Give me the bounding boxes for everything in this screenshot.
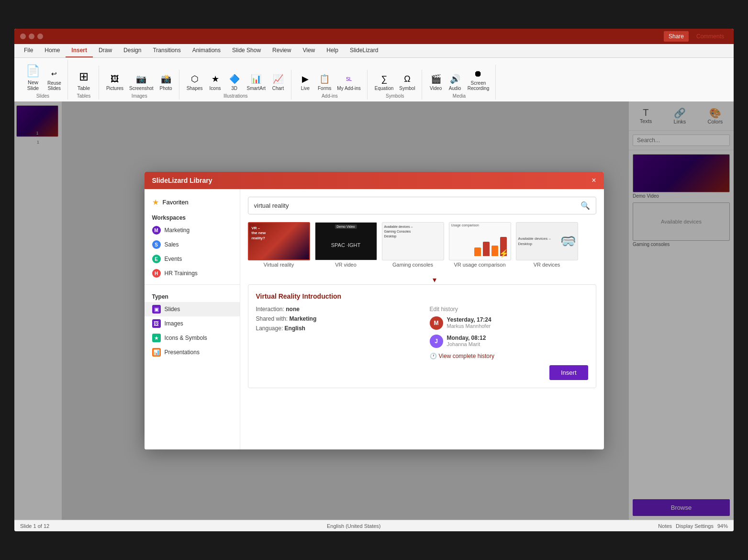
tab-insert[interactable]: Insert [66, 44, 93, 57]
forms-button[interactable]: 📋 Forms [315, 71, 334, 92]
workspace-marketing[interactable]: M Marketing [145, 223, 240, 237]
workspace-sales[interactable]: S Sales [145, 237, 240, 252]
table-button[interactable]: ⊞ Table [73, 67, 95, 92]
interaction-value: none [286, 306, 300, 313]
smartart-button[interactable]: 📊 SmartArt [245, 71, 268, 92]
recording-button[interactable]: ⏺ ScreenRecording [465, 66, 492, 92]
images-group-label: Images [132, 93, 147, 99]
display-button[interactable]: Display Settings [676, 523, 714, 529]
photo-button[interactable]: 📸 Photo [157, 71, 175, 92]
tab-draw[interactable]: Draw [93, 44, 118, 57]
shapes-button[interactable]: ⬡ Shapes [184, 71, 205, 92]
slidelizard-modal: SlideLizard Library × ★ Favoriten Worksp… [145, 172, 604, 449]
workspace-hr[interactable]: H HR Trainings [145, 266, 240, 280]
detail-meta: Interaction: none Shared with: Marketing… [256, 306, 414, 359]
close-btn[interactable] [37, 34, 43, 39]
equation-button[interactable]: ∑ Equation [372, 71, 396, 92]
table-icon: ⊞ [75, 68, 92, 85]
typen-presentations[interactable]: 📊 Presentations [145, 345, 240, 359]
detail-body: Interaction: none Shared with: Marketing… [256, 306, 588, 359]
tab-slidelizard[interactable]: SlideLizard [344, 44, 384, 57]
new-slide-button[interactable]: 📄 NewSlide [22, 61, 44, 92]
app-window: Share Comments File Home Insert Draw Des… [14, 29, 734, 531]
tab-review[interactable]: Review [267, 44, 297, 57]
workspace-events[interactable]: E Events [145, 252, 240, 266]
typen-icons-symbols[interactable]: ★ Icons & Symbols [145, 331, 240, 345]
modal-overlay: SlideLizard Library × ★ Favoriten Worksp… [14, 101, 734, 520]
maximize-btn[interactable] [29, 34, 34, 39]
workspace-s-dot: S [152, 240, 161, 249]
tab-slideshow[interactable]: Slide Show [226, 44, 267, 57]
thumb-vrvideo-label: VR video [315, 262, 377, 268]
live-button[interactable]: ▶ Live [296, 71, 314, 92]
smartart-icon: 📊 [249, 72, 263, 86]
title-bar-controls [20, 34, 43, 39]
ribbon-content: 📄 NewSlide ↩ ReuseSlides Slides ⊞ Table … [14, 58, 734, 101]
table-label: Table [78, 85, 90, 91]
avatar-markus-placeholder: M [430, 316, 443, 330]
shapes-label: Shapes [187, 86, 203, 91]
interaction-label: Interaction: [256, 306, 284, 313]
thumb-usage[interactable]: Usage comparison ⚡ [449, 222, 511, 268]
view-history-link[interactable]: 🕐 View complete history [430, 353, 588, 359]
main-area: 1 1 T Texts 🔗 Links 🎨 Color [14, 101, 734, 520]
tab-transitions[interactable]: Transitions [147, 44, 186, 57]
chart-button[interactable]: 📈 Chart [269, 71, 287, 92]
thumb-devices[interactable]: Available devices –Desktop 🥽 VR devices [516, 222, 578, 268]
modal-close-button[interactable]: × [592, 177, 596, 184]
screenshot-button[interactable]: 📷 Screenshot [127, 71, 156, 92]
tab-help[interactable]: Help [321, 44, 344, 57]
notes-button[interactable]: Notes [658, 523, 672, 529]
typen-images-label: Images [165, 320, 183, 327]
search-button[interactable]: 🔍 [575, 197, 596, 214]
forms-label: Forms [318, 86, 331, 91]
3d-button[interactable]: 🔷 3D [225, 71, 244, 92]
typen-images[interactable]: 🖼 Images [145, 316, 240, 331]
tab-file[interactable]: File [18, 44, 39, 57]
video-button[interactable]: 🎬 Video [427, 71, 445, 92]
thumb-vr-video[interactable]: Demo Video SPAC ·IGHT VR video [315, 222, 377, 268]
lightning-icon: ⚡ [499, 249, 509, 258]
workspace-marketing-label: Marketing [165, 227, 190, 234]
presentations-type-icon: 📊 [152, 348, 161, 357]
forms-icon: 📋 [318, 72, 331, 86]
thumb-vr[interactable]: VR –the newreality? Virtual reality [248, 222, 310, 268]
audio-label: Audio [449, 86, 461, 91]
language-status: English (United States) [327, 523, 381, 529]
icons-button[interactable]: ★ Icons [206, 71, 224, 92]
reuse-slides-button[interactable]: ↩ ReuseSlides [45, 66, 64, 92]
search-input[interactable] [248, 198, 575, 213]
typen-slides[interactable]: ▣ Slides [145, 302, 240, 316]
tab-animations[interactable]: Animations [187, 44, 226, 57]
audio-button[interactable]: 🔊 Audio [446, 71, 464, 92]
comments-button[interactable]: Comments [692, 31, 728, 42]
pictures-button[interactable]: 🖼 Pictures [104, 71, 126, 92]
tab-design[interactable]: Design [118, 44, 147, 57]
thumb-gaming[interactable]: Available devices –Gaming ConsolesDeskto… [382, 222, 444, 268]
video-icon: 🎬 [429, 72, 443, 86]
icons-type-icon: ★ [152, 334, 161, 342]
equation-label: Equation [375, 86, 393, 91]
symbol-button[interactable]: Ω Symbol [397, 71, 417, 92]
status-right: Notes Display Settings 94% [658, 523, 728, 529]
thumb-space-img: Demo Video SPAC ·IGHT [315, 222, 377, 260]
favoriten-item[interactable]: ★ Favoriten [145, 195, 240, 210]
thumb-gaming-img: Available devices –Gaming ConsolesDeskto… [382, 222, 444, 260]
history-entry-1: M Yesterday, 17:24 Markus Mannhofer [430, 316, 588, 330]
symbol-label: Symbol [399, 86, 415, 91]
insert-button[interactable]: Insert [549, 365, 588, 380]
recording-icon: ⏺ [471, 67, 485, 80]
share-button[interactable]: Share [664, 31, 689, 42]
thumbnails-row: VR –the newreality? Virtual reality Demo… [248, 222, 596, 268]
history-name-1: Markus Mannhofer [447, 323, 491, 329]
ribbon-group-symbols: ∑ Equation Ω Symbol Symbols [368, 70, 422, 100]
minimize-btn[interactable] [20, 34, 26, 39]
tables-group-label: Tables [77, 93, 90, 99]
history-entry-2: J Monday, 08:12 Johanna Marit [430, 335, 588, 348]
tab-home[interactable]: Home [39, 44, 66, 57]
shared-row: Shared with: Marketing [256, 315, 414, 322]
ribbon-group-illustrations: ⬡ Shapes ★ Icons 🔷 3D 📊 SmartArt 📈 [180, 70, 291, 100]
workspace-h-dot: H [152, 269, 161, 278]
tab-view[interactable]: View [297, 44, 321, 57]
myaddin-button[interactable]: SL My Add-ins [335, 71, 363, 92]
